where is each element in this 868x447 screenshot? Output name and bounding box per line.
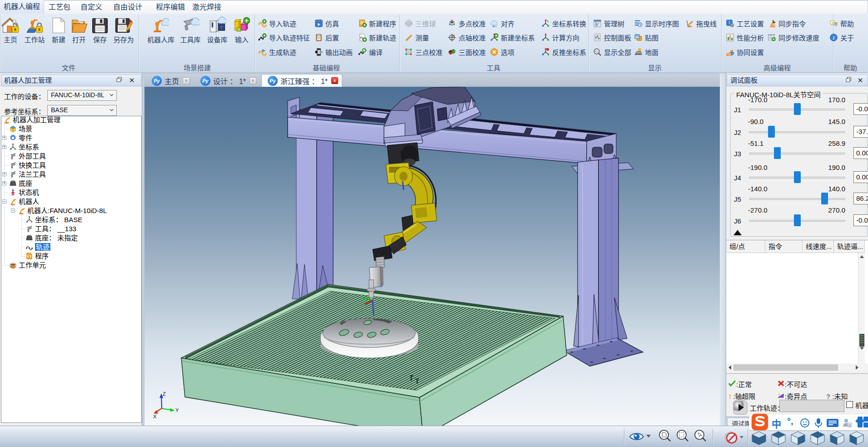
svg-text:SYNC: SYNC — [726, 54, 731, 56]
svg-text:ALL: ALL — [595, 50, 599, 53]
svg-text:Y: Y — [175, 407, 179, 413]
svg-text:SYNC: SYNC — [770, 25, 776, 27]
svg-text:X: X — [153, 414, 157, 419]
svg-text:Z: Z — [163, 391, 166, 397]
svg-text:S: S — [848, 423, 851, 427]
svg-text:I: I — [728, 20, 730, 25]
